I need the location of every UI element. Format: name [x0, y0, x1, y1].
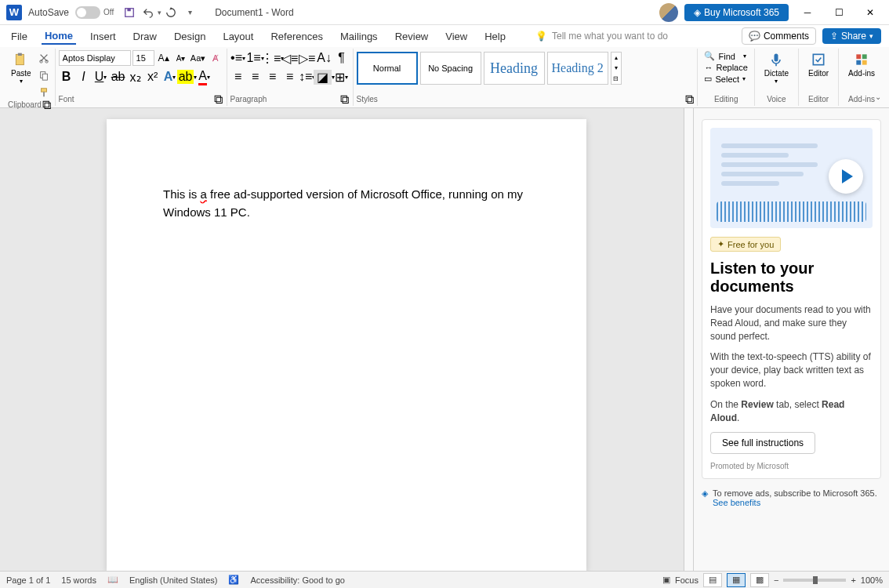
dictate-icon: [768, 52, 784, 67]
save-icon[interactable]: [122, 5, 136, 20]
decrease-indent-button[interactable]: ◁≡: [282, 50, 298, 66]
text-effects-button[interactable]: A▾: [162, 69, 178, 85]
line-spacing-button[interactable]: ↕≡▾: [299, 69, 315, 85]
italic-button[interactable]: I: [76, 69, 92, 85]
underline-button[interactable]: U▾: [93, 69, 109, 85]
chevron-down-icon: ▾: [20, 78, 23, 85]
document-area[interactable]: This is a free ad-supported version of M…: [0, 108, 693, 571]
zoom-in-button[interactable]: +: [851, 575, 855, 585]
multilevel-button[interactable]: ⋮≡▾: [265, 50, 281, 66]
maximize-button[interactable]: ☐: [826, 3, 851, 22]
bullets-button[interactable]: •≡▾: [230, 50, 246, 66]
see-instructions-button[interactable]: See full instructions: [710, 432, 815, 454]
copy-button[interactable]: [36, 67, 52, 83]
superscript-button[interactable]: x²: [145, 69, 161, 85]
align-right-button[interactable]: ≡: [265, 69, 281, 85]
zoom-level[interactable]: 100%: [861, 575, 883, 585]
tab-mailings[interactable]: Mailings: [337, 29, 381, 44]
increase-indent-button[interactable]: ▷≡: [299, 50, 315, 66]
style-heading-1[interactable]: Heading: [484, 52, 545, 85]
collapse-ribbon-button[interactable]: ⌄: [875, 93, 881, 101]
svg-rect-7: [42, 74, 47, 80]
zoom-out-button[interactable]: −: [774, 575, 778, 585]
font-color-button[interactable]: A▾: [197, 69, 212, 85]
justify-button[interactable]: ≡: [282, 69, 298, 85]
paste-icon: [13, 52, 29, 67]
change-case-button[interactable]: Aa▾: [190, 50, 206, 66]
strikethrough-button[interactable]: ab: [111, 69, 126, 85]
tab-review[interactable]: Review: [392, 29, 432, 44]
sort-button[interactable]: A↓: [317, 50, 332, 66]
borders-button[interactable]: ⊞▾: [334, 69, 350, 85]
tab-layout[interactable]: Layout: [220, 29, 256, 44]
buy-microsoft-button[interactable]: ◈ Buy Microsoft 365: [684, 4, 789, 21]
see-benefits-link[interactable]: See benefits: [713, 498, 760, 507]
paragraph-launcher[interactable]: ⧉: [340, 95, 350, 104]
style-heading-2[interactable]: Heading 2: [547, 52, 608, 85]
subscript-button[interactable]: x₂: [128, 69, 143, 85]
redo-icon[interactable]: [164, 5, 178, 20]
close-button[interactable]: ✕: [858, 3, 883, 22]
replace-button[interactable]: ↔Replace: [704, 62, 747, 73]
styles-expand[interactable]: ▴ ▾ ⊟: [611, 52, 622, 85]
editor-button[interactable]: Editor: [805, 50, 832, 79]
select-button[interactable]: ▭Select▾: [704, 73, 747, 85]
dictate-button[interactable]: Dictate ▾: [761, 50, 792, 86]
qat-customize-icon[interactable]: ▾: [183, 5, 197, 20]
language-status[interactable]: English (United States): [129, 575, 218, 585]
zoom-thumb[interactable]: [813, 576, 818, 584]
share-button[interactable]: ⇪ Share ▾: [822, 28, 881, 44]
tab-references[interactable]: References: [267, 29, 325, 44]
undo-icon[interactable]: [141, 5, 155, 20]
minimize-button[interactable]: ─: [795, 3, 820, 22]
style-normal[interactable]: Normal: [357, 52, 418, 85]
tab-help[interactable]: Help: [481, 29, 509, 44]
zoom-slider[interactable]: [783, 579, 846, 582]
show-marks-button[interactable]: ¶: [334, 50, 350, 66]
tab-file[interactable]: File: [8, 29, 31, 44]
align-center-button[interactable]: ≡: [248, 69, 263, 85]
shrink-font-button[interactable]: A▾: [173, 50, 189, 66]
web-layout-button[interactable]: ▩: [750, 573, 769, 587]
paste-button[interactable]: Paste ▾: [8, 50, 34, 86]
find-button[interactable]: 🔍Find▾: [704, 50, 747, 62]
tab-home[interactable]: Home: [42, 28, 76, 45]
tell-me-search[interactable]: 💡 Tell me what you want to do: [535, 31, 668, 42]
tab-draw[interactable]: Draw: [130, 29, 160, 44]
addins-group-label: Add-ins: [845, 95, 878, 104]
focus-mode[interactable]: Focus: [675, 575, 698, 585]
shading-button[interactable]: ◪▾: [317, 69, 332, 85]
cut-button[interactable]: [36, 50, 52, 66]
tab-design[interactable]: Design: [171, 29, 209, 44]
font-size-input[interactable]: [132, 50, 154, 66]
clipboard-content: Paste ▾: [8, 50, 52, 100]
style-no-spacing[interactable]: No Spacing: [420, 52, 481, 85]
undo-dropdown[interactable]: ▾: [158, 9, 161, 16]
paste-label: Paste: [11, 69, 31, 78]
read-mode-button[interactable]: ▤: [703, 573, 722, 587]
styles-launcher[interactable]: ⧉: [684, 95, 694, 104]
highlight-button[interactable]: ab▾: [180, 69, 195, 85]
page-status[interactable]: Page 1 of 1: [6, 575, 50, 585]
bold-button[interactable]: B: [59, 69, 74, 85]
group-editor: Editor Editor: [799, 49, 839, 106]
comments-button[interactable]: 💬 Comments: [742, 27, 816, 45]
clear-formatting-button[interactable]: A̸: [208, 50, 223, 66]
autosave-toggle[interactable]: [75, 6, 100, 19]
align-left-button[interactable]: ≡: [230, 69, 246, 85]
font-name-input[interactable]: [59, 50, 131, 66]
document-text[interactable]: This is a free ad-supported version of M…: [163, 186, 530, 221]
accessibility-status[interactable]: Accessibility: Good to go: [250, 575, 344, 585]
page[interactable]: This is a free ad-supported version of M…: [107, 119, 586, 571]
addins-button[interactable]: Add-ins: [845, 50, 878, 79]
spellcheck-icon[interactable]: 📖: [107, 575, 118, 585]
tab-view[interactable]: View: [442, 29, 470, 44]
pane-text-3: On the Review tab, select Read Aloud.: [710, 398, 873, 425]
grow-font-button[interactable]: A▴: [156, 50, 172, 66]
word-count[interactable]: 15 words: [61, 575, 96, 585]
remove-ads-text: To remove ads, subscribe to Microsoft 36…: [713, 488, 877, 498]
user-avatar[interactable]: [659, 3, 678, 22]
tab-insert[interactable]: Insert: [87, 29, 119, 44]
font-launcher[interactable]: ⧉: [214, 95, 223, 104]
print-layout-button[interactable]: ▦: [727, 573, 746, 587]
